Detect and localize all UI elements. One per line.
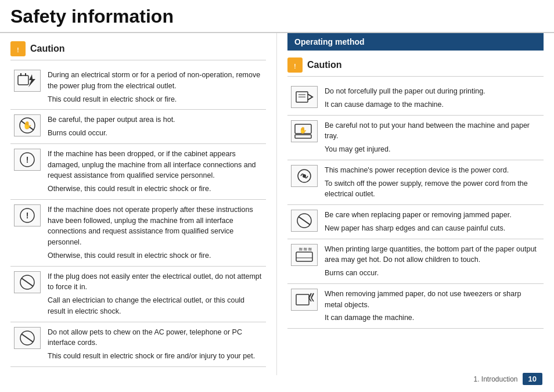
svg-text:≋≋≋: ≋≋≋ — [298, 246, 312, 252]
table-row: ≋≋≋ When printing large quantities, the … — [287, 239, 544, 283]
hand-tray-icon: ✋ — [291, 120, 318, 142]
table-row: Be care when replacing paper or removing… — [287, 205, 544, 239]
svg-text:!: ! — [17, 47, 19, 53]
plug-icon — [14, 70, 41, 92]
text-cell: If the plug does not easily enter the el… — [44, 266, 266, 322]
warning-triangle-icon-right: ! — [290, 60, 300, 70]
text-cell: Do not forcefully pull the paper out dur… — [321, 81, 544, 115]
table-row: When removing jammed paper, do not use t… — [287, 283, 544, 328]
svg-rect-30 — [296, 252, 312, 261]
svg-text:✋: ✋ — [299, 126, 307, 134]
text-cell: Be care when replacing paper or removing… — [321, 205, 544, 239]
icon-cell — [287, 81, 321, 115]
icon-cell: ! — [10, 143, 44, 199]
svg-line-16 — [21, 334, 33, 342]
icon-cell — [287, 205, 321, 239]
info-icon: ! — [14, 149, 41, 171]
svg-text:!: ! — [26, 155, 29, 164]
table-row: Do not forcefully pull the paper out dur… — [287, 81, 544, 115]
right-column: Operating method ! Caution — [277, 33, 554, 375]
right-caution-heading: ! Caution — [287, 57, 544, 77]
svg-text:!: ! — [294, 63, 296, 70]
icon-cell: ! — [10, 199, 44, 266]
svg-text:!: ! — [26, 211, 29, 220]
icon-cell — [10, 322, 44, 366]
right-safety-table: Do not forcefully pull the paper out dur… — [287, 81, 544, 329]
icon-cell: ≋≋≋ — [287, 239, 321, 283]
left-safety-table: During an electrical storm or for a peri… — [10, 65, 266, 367]
table-row: ✋ Be careful not to put your hand betwee… — [287, 115, 544, 160]
caution-icon-left: ! — [10, 41, 26, 56]
text-cell: When removing jammed paper, do not use t… — [321, 283, 544, 328]
no-tools-icon — [291, 289, 318, 311]
warning-triangle-icon: ! — [13, 44, 23, 54]
no-touch-paper-icon — [291, 210, 318, 232]
left-caution-label: Caution — [30, 44, 65, 54]
svg-text:✋: ✋ — [23, 120, 33, 130]
page-footer: 1. Introduction 10 — [473, 373, 542, 385]
left-caution-heading: ! Caution — [10, 41, 266, 60]
svg-rect-32 — [296, 294, 309, 305]
table-row: Do not allow pets to chew on the AC powe… — [10, 322, 266, 366]
svg-line-28 — [298, 217, 310, 225]
icon-cell: ✋ — [287, 115, 321, 160]
paper-pull-icon — [291, 86, 318, 108]
text-cell: Do not allow pets to chew on the AC powe… — [44, 322, 266, 366]
info-icon-2: ! — [14, 204, 41, 226]
text-cell: Be careful, the paper output area is hot… — [44, 110, 266, 144]
svg-line-36 — [311, 298, 314, 301]
text-cell: When printing large quantities, the bott… — [321, 239, 544, 283]
svg-line-34 — [311, 293, 314, 298]
svg-marker-5 — [28, 74, 35, 87]
no-icon — [14, 271, 41, 293]
power-cord-icon — [291, 165, 318, 187]
icon-cell — [10, 65, 44, 110]
table-row: ! If the machine does not operate proper… — [10, 199, 266, 266]
icon-cell — [287, 283, 321, 328]
icon-cell: ✋ — [10, 110, 44, 144]
svg-line-14 — [21, 278, 33, 286]
heat-icon: ≋≋≋ — [291, 244, 318, 266]
text-cell: If the machine does not operate properly… — [44, 199, 266, 266]
table-row: If the plug does not easily enter the el… — [10, 266, 266, 322]
table-row: ! If the machine has been dropped, or if… — [10, 143, 266, 199]
table-row: This machine's power reception device is… — [287, 160, 544, 204]
no-touch-icon: ✋ — [14, 114, 41, 136]
text-cell: This machine's power reception device is… — [321, 160, 544, 204]
table-row: During an electrical storm or for a peri… — [10, 65, 266, 110]
icon-cell — [10, 266, 44, 322]
table-row: ✋ Be careful, the paper output area is h… — [10, 110, 266, 144]
page-header: Safety information — [0, 0, 554, 33]
left-column: ! Caution — [0, 33, 277, 375]
text-cell: Be careful not to put your hand between … — [321, 115, 544, 160]
no-icon-2 — [14, 327, 41, 349]
page-number: 10 — [523, 373, 542, 385]
right-caution-label: Caution — [307, 60, 342, 70]
caution-icon-right: ! — [287, 57, 303, 73]
content-area: ! Caution — [0, 33, 554, 375]
page-title: Safety information — [10, 6, 544, 27]
op-method-header: Operating method — [287, 33, 544, 51]
svg-rect-2 — [18, 75, 28, 85]
icon-cell — [287, 160, 321, 204]
text-cell: If the machine has been dropped, or if t… — [44, 143, 266, 199]
footer-label: 1. Introduction — [473, 375, 517, 383]
text-cell: During an electrical storm or for a peri… — [44, 65, 266, 110]
svg-rect-23 — [295, 135, 311, 138]
svg-point-26 — [303, 174, 306, 178]
